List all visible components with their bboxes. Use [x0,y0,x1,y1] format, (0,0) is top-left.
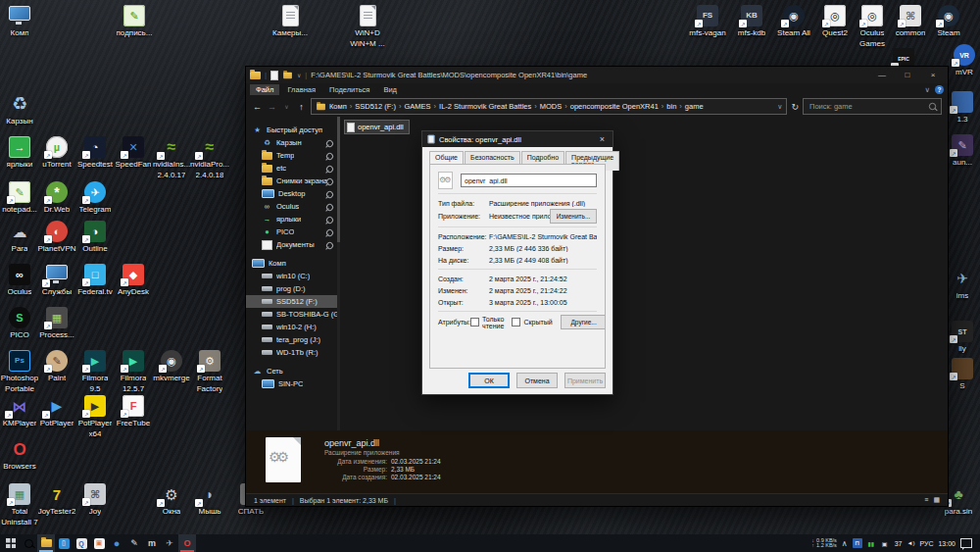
tray-app-icon[interactable]: П [853,538,862,548]
quick-access-properties-icon[interactable] [270,71,278,80]
gpu-monitor-icon[interactable]: ▮▮ [866,538,876,548]
breadcrumb-segment[interactable]: GAMES [404,102,430,111]
taskbar-opera[interactable]: O [178,534,196,552]
nav-item-снимки-экрана[interactable]: Снимки экрана [246,175,340,187]
desktop-icon-mysh[interactable]: ◗↗Мышь [186,482,233,517]
minimize-button[interactable]: — [871,71,893,79]
taskbar-binoculars-app[interactable]: m [143,534,161,552]
nav-section-1[interactable]: ★Быстрый доступ [246,124,340,136]
nav-item-win10-2-h-[interactable]: win10-2 (H:) [246,321,340,333]
nav-item-wd-1tb-r-[interactable]: WD-1Tb (R:) [246,346,340,359]
dialog-titlebar[interactable]: Свойства: openvr_api.dll × [422,131,612,147]
nav-item-temp[interactable]: Temp [246,149,340,162]
help-icon[interactable]: ? [935,85,944,94]
refresh-icon[interactable]: ↻ [791,102,799,112]
maximize-button[interactable]: □ [897,71,918,79]
taskbar-globe-app[interactable]: ● [108,534,125,552]
view-thumbnails-icon[interactable]: ▦ [933,496,940,504]
nav-item-ssd512-f-[interactable]: SSD512 (F:) [246,295,340,308]
search-box[interactable] [803,98,942,115]
temperature-indicator[interactable]: 37 [895,540,903,547]
nav-item-tera-prog-j-[interactable]: tera_prog (J:) [246,333,340,346]
ribbon-tab-1[interactable]: Файл [250,84,279,95]
change-button[interactable]: Изменить... [550,209,597,224]
network-tray-icon[interactable]: ▣ [880,538,890,548]
nav-item-sb-toshiba-g-g-[interactable]: SB-TOSHIBA-G (G:) [246,308,340,321]
nav-item-prog-d-[interactable]: prog (D:) [246,282,340,295]
checkbox-скрытый[interactable]: Скрытый [512,318,552,326]
checkbox-только-чтение[interactable]: Только чтение [470,316,504,329]
breadcrumb-segment[interactable]: game [685,102,704,111]
desktop-icon-nvidia-pro[interactable]: ≈↗nvidiaPro...2.4.0.18 [186,135,233,180]
checkbox-icon[interactable] [512,318,520,326]
taskbar-start[interactable] [2,534,20,552]
desktop-icon-komp[interactable]: Комп [0,4,43,38]
taskbar-explorer[interactable] [37,534,55,552]
close-button[interactable]: × [922,71,944,79]
back-button[interactable]: ← [252,102,263,112]
volume-icon[interactable]: ◄) [907,540,915,546]
file-item-openvr-api-dll[interactable]: openvr_api.dll [344,120,410,134]
quick-access-caret-icon[interactable]: ∨ [297,72,301,78]
recent-locations-icon[interactable]: ∨ [281,103,292,110]
desktop-icon-kamery[interactable]: Камеры... [267,4,314,38]
up-button[interactable]: ↑ [296,102,307,112]
nav-item-sin-pc[interactable]: SIN-PC [246,377,340,390]
view-list-icon[interactable]: ≡ [924,496,928,504]
nav-item-desktop[interactable]: Desktop [246,187,340,200]
desktop-icon-freetube[interactable]: F↗FreeTube [110,394,157,428]
desktop-icon-browsers[interactable]: OBrowsers [0,437,43,472]
nav-item-oculus[interactable]: ∞Oculus [246,200,340,213]
desktop-icon-steam[interactable]: ◉↗Steam [925,4,972,38]
ribbon-tab-4[interactable]: Вид [377,84,403,95]
desktop-icon-process[interactable]: ▦↗Process... [33,306,80,340]
taskbar-notes-app[interactable]: ✎ [125,534,143,552]
desktop-icon-anydesk[interactable]: ◆↗AnyDesk [110,263,157,297]
desktop-icon-steam-all[interactable]: ◉↗Steam All [770,4,817,38]
nav-item-карзын[interactable]: ♻Карзын [246,136,340,149]
desktop-icon-mfs-vagan[interactable]: FS↗mfs-vagan [684,4,731,38]
taskbar-photos-app[interactable]: ▣ [90,534,108,552]
desktop-icon-win-d[interactable]: WiN+DWiN+M ... [344,4,391,49]
taskbar-search[interactable] [20,534,37,552]
desktop-icon-outline[interactable]: ◑↗Outline [72,220,119,254]
breadcrumb-segment[interactable]: opencomposite OpenXR41 [570,102,659,111]
dialog-close-icon[interactable]: × [597,134,608,144]
nav-item-etc[interactable]: etc [246,162,340,175]
taskbar-plane-app[interactable]: ✈ [161,534,178,552]
other-attributes-button[interactable]: Другие... [561,315,606,329]
action-center-icon[interactable] [960,538,972,548]
desktop-icon-mfs-kdb[interactable]: KB↗mfs-kdb [728,4,775,38]
desktop-icon-telegram[interactable]: ✈↗Telegram [72,180,119,215]
breadcrumb-segment[interactable]: IL-2 Sturmovik Great Battles [439,102,531,111]
nav-section-2[interactable]: Комп [246,257,340,270]
nav-item-pico[interactable]: ●PICO [246,226,340,238]
checkbox-icon[interactable] [470,318,479,326]
taskbar-phone-app[interactable]: ▯ [55,534,73,552]
desktop-icon-karzyn[interactable]: ♻Карзын [0,92,43,126]
nav-item-win10-c-[interactable]: win10 (C:) [246,270,340,282]
breadcrumb-segment[interactable]: bin [666,102,676,111]
desktop-icon-format-factory[interactable]: ⚙↗FormatFactory [186,349,233,394]
breadcrumb-segment[interactable]: Комп [329,102,347,111]
hidden-icons-chevron[interactable]: ∧ [842,539,848,548]
cancel-button[interactable]: Отмена [516,373,558,388]
ribbon-expand-icon[interactable]: ∨ [925,85,931,94]
desktop-icon-podpis[interactable]: ✎подпись... [111,4,158,38]
nav-item-документы[interactable]: Документы [246,238,340,251]
breadcrumb-segment[interactable]: SSD512 (F:) [355,102,396,111]
nav-item-ярлыки[interactable]: →ярлыки [246,213,340,226]
forward-button[interactable]: → [267,102,277,112]
desktop-icon-joy[interactable]: ⌘↗Joy [72,482,119,517]
quick-access-newfolder-icon[interactable] [283,72,292,77]
ribbon-tab-3[interactable]: Поделиться [323,84,375,95]
ok-button[interactable]: ОК [468,373,510,388]
address-dropdown-icon[interactable]: ∨ [777,103,782,111]
breadcrumb-segment[interactable]: MODS [540,102,563,111]
net-speed-indicator[interactable]: ↓↑ 0.9 KB/s 1.2 KB/s [811,538,837,549]
filename-input[interactable] [461,174,597,187]
nav-section-3[interactable]: ☁Сеть [246,365,340,377]
ribbon-tab-2[interactable]: Главная [281,84,321,95]
clock[interactable]: 13:00 [938,540,956,547]
breadcrumb[interactable]: Комп›SSD512 (F:)›GAMES›IL-2 Sturmovik Gr… [311,98,787,115]
